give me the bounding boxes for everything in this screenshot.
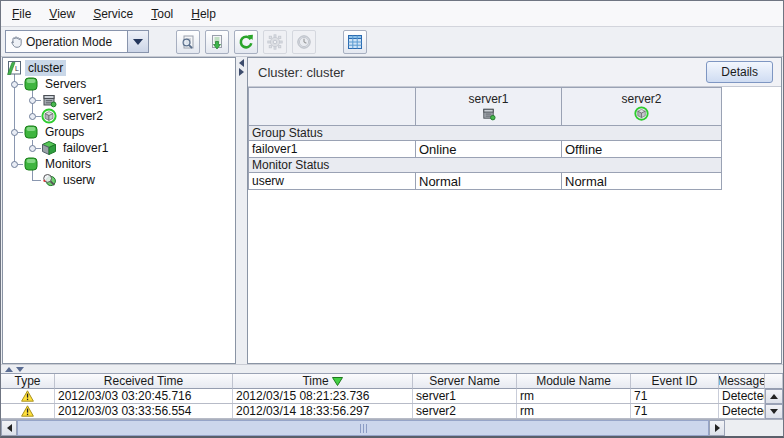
status-table-server1-header[interactable]: server1 (416, 88, 562, 126)
search-button[interactable] (176, 30, 200, 54)
warning-icon (21, 390, 34, 402)
row-label-userw[interactable]: userw (249, 173, 416, 190)
menu-file[interactable]: File (3, 3, 40, 25)
server-icon (481, 106, 496, 121)
section-header-monitor-status: Monitor Status (249, 158, 722, 173)
scroll-up-button[interactable] (765, 389, 783, 404)
cell-received-time: 2012/03/03 03:33:56.554 (55, 404, 233, 418)
tree-node-label: Monitors (42, 156, 94, 172)
alert-log-vertical-scrollbar[interactable] (765, 389, 783, 419)
cluster-icon: L (6, 60, 22, 76)
column-header-filler (765, 374, 783, 389)
row-label-failover1[interactable]: failover1 (249, 141, 416, 158)
reload-icon (238, 34, 254, 50)
column-header-type[interactable]: Type (1, 374, 55, 389)
grid-icon (347, 34, 363, 50)
splitter-collapse-right-button[interactable] (238, 68, 245, 76)
alert-log-horizontal-scrollbar[interactable] (1, 419, 783, 436)
cell-time: 2012/03/15 08:21:23.736 (233, 389, 413, 403)
tree-node-userw[interactable]: userw (3, 172, 235, 188)
time-info-button[interactable] (292, 30, 316, 54)
menu-help[interactable]: Help (182, 3, 225, 25)
tree-node-label: cluster (25, 60, 66, 76)
chevron-down-icon (16, 367, 24, 372)
tree-node-label: userw (60, 172, 98, 188)
arrow-up-icon (770, 394, 778, 399)
group-folder-icon (23, 156, 39, 172)
search-document-icon (180, 34, 196, 50)
tree-node-servers[interactable]: Servers (3, 76, 235, 92)
horizontal-scrollbar-thumb[interactable] (17, 420, 709, 436)
scrollbar-track-rest (725, 420, 783, 436)
mode-selector[interactable]: Operation Mode (5, 30, 149, 53)
mode-selector-value: Operation Mode (26, 31, 127, 52)
gear-icon (267, 34, 283, 50)
cell-module-name: rm (517, 404, 631, 418)
column-header-time[interactable]: Time (233, 374, 413, 389)
menu-service[interactable]: Service (84, 3, 142, 25)
tree-node-server1[interactable]: server1 (3, 92, 235, 108)
alert-row-2[interactable]: 2012/03/03 03:33:56.554 2012/03/14 18:33… (1, 404, 765, 419)
column-header-message[interactable]: Message (719, 374, 765, 389)
tree-node-monitors[interactable]: Monitors (3, 156, 235, 172)
vertical-splitter[interactable] (236, 57, 247, 364)
cluster-status-panel: Cluster: cluster Details server1 (247, 57, 782, 364)
arrow-down-icon (770, 409, 778, 414)
panel-body: server1 server2 Group Status (248, 87, 781, 363)
arrow-left-icon (7, 424, 12, 432)
column-header-received-time[interactable]: Received Time (55, 374, 233, 389)
reload-button[interactable] (234, 30, 258, 54)
status-cell-failover1-server2: Offline (562, 141, 722, 158)
cluster-tree: L cluster Servers server1 server2 Groups (2, 57, 236, 364)
cell-message: Detected a.. (719, 404, 765, 418)
cell-received-time: 2012/03/03 03:20:45.716 (55, 389, 233, 403)
menu-tool[interactable]: Tool (142, 3, 182, 25)
splitter-collapse-up-button[interactable] (4, 366, 14, 373)
tree-node-server2[interactable]: server2 (3, 108, 235, 124)
svg-text:L: L (15, 65, 19, 72)
mode-selector-dropdown-button[interactable] (127, 31, 148, 52)
splitter-collapse-left-button[interactable] (238, 59, 245, 67)
arrow-right-icon (715, 424, 720, 432)
cell-server-name: server2 (413, 404, 517, 418)
alert-log-body: 2012/03/03 03:20:45.716 2012/03/15 08:21… (1, 389, 783, 419)
scroll-right-button[interactable] (709, 420, 725, 436)
menu-bar: File View Service Tool Help (1, 1, 783, 27)
status-table-server2-header[interactable]: server2 (562, 88, 722, 126)
column-header-server-name[interactable]: Server Name (413, 374, 517, 389)
group-folder-icon (23, 124, 39, 140)
clock-icon (296, 34, 312, 50)
column-header-event-id[interactable]: Event ID (631, 374, 719, 389)
details-button[interactable]: Details (706, 61, 773, 83)
panel-title: Cluster: cluster (248, 65, 345, 80)
tree-node-failover1[interactable]: failover1 (3, 140, 235, 156)
alert-row-1[interactable]: 2012/03/03 03:20:45.716 2012/03/15 08:21… (1, 389, 765, 404)
integrated-manager-button[interactable] (343, 30, 367, 54)
horizontal-splitter[interactable] (1, 364, 783, 373)
document-download-icon (209, 34, 225, 50)
tree-node-label: server2 (60, 108, 106, 124)
main-split: L cluster Servers server1 server2 Groups (1, 57, 783, 364)
server-alt-icon (634, 106, 649, 121)
monitor-icon (41, 172, 57, 188)
status-cell-userw-server2: Normal (562, 173, 722, 190)
server-alt-icon (41, 108, 57, 124)
tree-node-groups[interactable]: Groups (3, 124, 235, 140)
cell-server-name: server1 (413, 389, 517, 403)
column-header-module-name[interactable]: Module Name (517, 374, 631, 389)
options-button[interactable] (263, 30, 287, 54)
scroll-down-button[interactable] (765, 404, 783, 419)
warning-icon (21, 405, 34, 417)
menu-view[interactable]: View (40, 3, 84, 25)
cluster-status-table: server1 server2 Group Status (248, 87, 722, 190)
scroll-left-button[interactable] (1, 420, 17, 436)
toolbar: Operation Mode (1, 27, 783, 57)
tree-node-cluster[interactable]: L cluster (3, 60, 235, 76)
sort-descending-icon (332, 377, 343, 386)
collect-logs-button[interactable] (205, 30, 229, 54)
tree-node-label: Groups (42, 124, 87, 140)
status-cell-userw-server1: Normal (416, 173, 562, 190)
splitter-collapse-down-button[interactable] (15, 366, 25, 373)
server-icon (41, 92, 57, 108)
chevron-up-icon (5, 367, 13, 372)
